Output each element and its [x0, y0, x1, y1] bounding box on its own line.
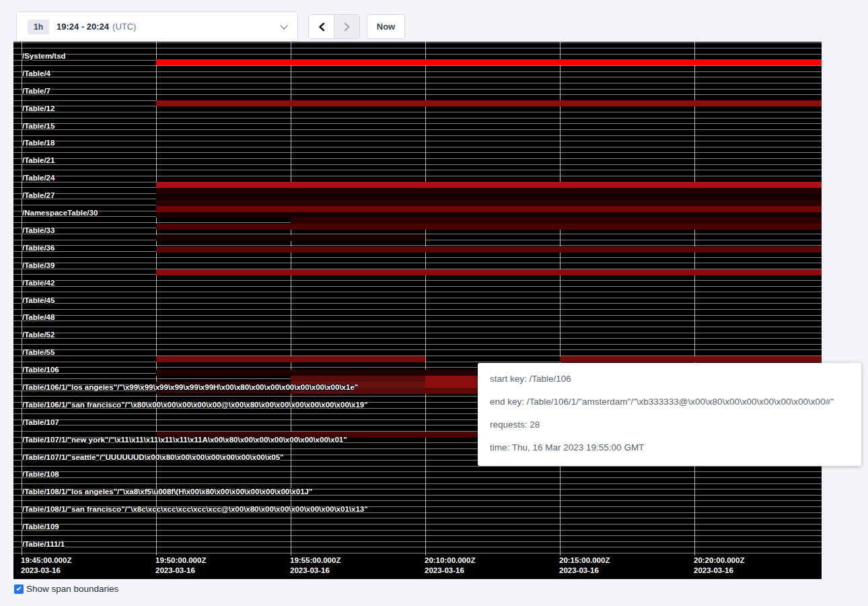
span-boundary-line: [13, 344, 822, 345]
row-key-label: /Table/106/1/"san francisco"/"\x80\x00\x…: [22, 400, 368, 409]
time-gridline: [425, 42, 426, 556]
row-key-label: /Table/7: [22, 86, 50, 96]
row-key-label: /Table/107: [22, 417, 59, 427]
row-key-label: /Table/107/1/"new york"/"\x11\x11\x11\x1…: [22, 435, 347, 444]
show-span-boundaries-checkbox[interactable]: ✔: [14, 584, 24, 594]
time-range-timezone: (UTC): [112, 22, 136, 32]
row-key-label: /Table/108/1/"san francisco"/"\x8c\xcc\x…: [22, 504, 368, 514]
span-boundary-line: [13, 303, 822, 304]
row-key-label: /Table/18: [22, 138, 55, 147]
row-key-label: /Table/45: [22, 296, 55, 305]
span-boundary-line: [13, 118, 822, 119]
chevron-right-icon: [343, 22, 351, 32]
next-range-button-disabled[interactable]: [334, 15, 359, 38]
hover-tooltip: start key: /Table/106 end key: /Table/10…: [478, 363, 861, 466]
time-gridline: [156, 42, 157, 556]
heat-band: [156, 200, 822, 206]
heat-band: [156, 182, 822, 189]
row-key-label: /Table/111/1: [22, 539, 65, 549]
row-key-label: /Table/42: [22, 278, 55, 288]
span-boundary-line: [13, 292, 822, 292]
now-button[interactable]: Now: [367, 14, 405, 39]
span-boundary-line: [13, 170, 822, 170]
heat-band: [156, 269, 822, 275]
span-boundary-line: [13, 553, 822, 553]
span-boundary-line: [13, 257, 822, 258]
heat-band: [156, 206, 822, 212]
heat-band: [156, 246, 822, 252]
span-boundary-line: [13, 135, 822, 136]
span-boundary-line: [13, 518, 822, 518]
span-boundary-line: [13, 77, 822, 77]
span-boundary-line: [13, 71, 822, 72]
heat-band: [156, 194, 822, 200]
heat-band: [291, 376, 425, 382]
row-key-label: /Table/107/1/"seattle"/"UUUUUUD\x00\x80\…: [22, 452, 284, 462]
span-boundary-line: [13, 83, 822, 83]
row-key-label: /Table/55: [22, 347, 55, 357]
time-gridline: [291, 42, 291, 556]
x-axis-tick-label: 20:15:00.000Z2023-03-16: [559, 556, 610, 576]
span-boundary-line: [13, 54, 822, 55]
time-range-nav-group: [308, 14, 360, 39]
row-key-label: /Table/12: [22, 104, 55, 113]
span-boundary-line: [13, 280, 822, 281]
heat-band: [156, 235, 425, 241]
span-boundary-line: [13, 315, 822, 316]
x-axis-tick-label: 20:10:00.000Z2023-03-16: [425, 556, 475, 576]
span-boundary-line: [13, 524, 822, 525]
time-range-text: 19:24 - 20:24: [57, 22, 109, 32]
span-boundary-line: [13, 333, 822, 333]
heat-band: [156, 188, 822, 194]
tooltip-requests: requests: 28: [490, 418, 849, 432]
span-boundary-line: [13, 141, 822, 141]
span-boundary-line: [13, 89, 822, 90]
span-boundary-line: [13, 147, 822, 147]
chevron-down-icon: [280, 22, 287, 29]
time-range-duration-badge: 1h: [28, 20, 49, 34]
row-key-label: /Table/109: [22, 522, 59, 531]
row-key-label: /Table/52: [22, 330, 55, 339]
row-key-label: /NamespaceTable/30: [22, 208, 98, 217]
heat-band: [156, 212, 822, 217]
span-boundary-line: [13, 547, 822, 547]
row-key-label: /System/tsd: [22, 51, 66, 61]
span-boundary-line: [13, 94, 822, 95]
row-key-label: /Table/33: [22, 226, 55, 235]
x-axis-tick-label: 20:20:00.000Z2023-03-16: [694, 556, 744, 576]
footer-controls: ✔ Show span boundaries: [14, 584, 118, 594]
chevron-left-icon: [318, 22, 326, 32]
time-range-selector[interactable]: 1h 19:24 - 20:24 (UTC): [16, 11, 298, 42]
span-boundary-line: [13, 176, 822, 176]
span-boundary-line: [13, 349, 822, 350]
row-key-label: /Table/27: [22, 191, 55, 200]
heat-band: [560, 356, 822, 363]
span-boundary-line: [13, 158, 822, 159]
tooltip-time: time: Thu, 16 Mar 2023 19:55:00 GMT: [490, 441, 849, 454]
tooltip-end-key: end key: /Table/106/1/"amsterdam"/"\xb33…: [490, 395, 849, 409]
row-key-label: /Table/106/1/"los angeles"/"\x99\x99\x99…: [22, 382, 358, 392]
key-visualizer-canvas[interactable]: /System/tsd/Table/4/Table/7/Table/12/Tab…: [13, 42, 822, 579]
time-gridline: [694, 42, 695, 556]
x-axis-tick-label: 19:50:00.000Z2023-03-16: [155, 556, 206, 576]
span-boundary-line: [13, 338, 822, 339]
time-gridline: [560, 42, 560, 556]
row-key-label: /Table/48: [22, 312, 55, 322]
x-axis-tick-label: 19:45:00.000Z2023-03-16: [21, 556, 71, 576]
span-boundary-line: [13, 164, 822, 165]
previous-range-button[interactable]: [309, 15, 334, 38]
span-boundary-line: [13, 471, 822, 472]
heat-band: [156, 224, 822, 230]
span-boundary-line: [13, 129, 822, 130]
span-boundary-line: [13, 541, 822, 542]
row-key-label: /Table/21: [22, 156, 55, 165]
row-key-label: /Table/39: [22, 261, 55, 270]
row-key-label: /Table/108/1/"los angeles"/"\xa8\xf5\u00…: [22, 487, 312, 496]
row-key-label: /Table/4: [22, 69, 50, 78]
row-key-label: /Table/106: [22, 365, 59, 374]
span-boundary-line: [13, 65, 822, 66]
row-key-label: /Table/15: [22, 121, 55, 131]
span-boundary-line: [13, 298, 822, 298]
span-boundary-line: [13, 123, 822, 124]
span-boundary-line: [13, 500, 822, 501]
